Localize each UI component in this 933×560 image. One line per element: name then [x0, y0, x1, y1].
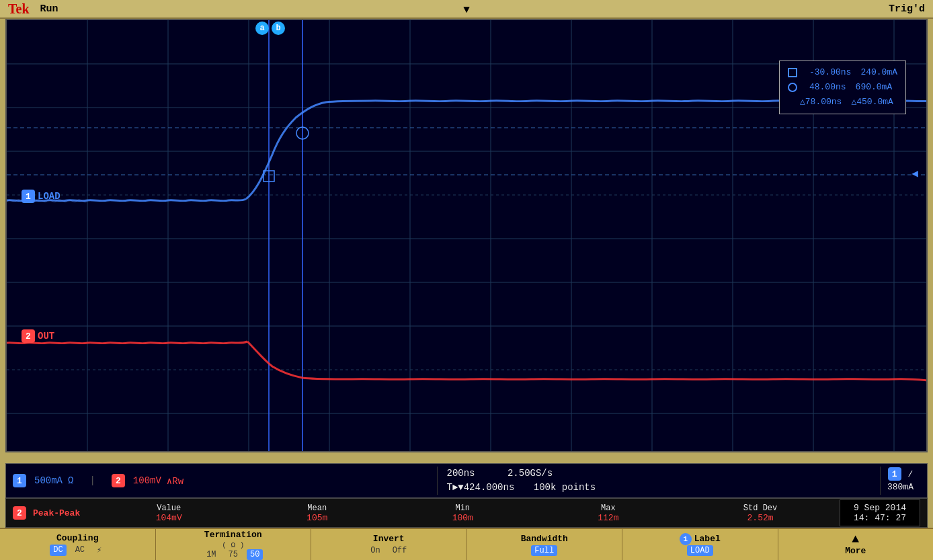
trigger-position-marker: ▼: [463, 4, 470, 16]
termination-label: Termination: [204, 530, 262, 540]
meas-value-col: Value 104mV: [156, 504, 182, 523]
more-label: More: [845, 546, 866, 556]
meas-value-header: Value: [157, 504, 181, 513]
trig-status: Trig'd: [889, 3, 925, 15]
top-bar: Tek Run ▼ Trig'd: [0, 0, 933, 19]
coupling-button[interactable]: Coupling DC AC ⚡: [0, 529, 156, 560]
coupling-gnd[interactable]: ⚡: [93, 545, 105, 556]
time-base-settings: 200ns 2.50GS/s T►▼424.000ns 100k points: [437, 467, 881, 495]
meas-mean: 105m: [307, 513, 327, 523]
termination-button[interactable]: Termination ( Ω ) 1M 75 50: [156, 529, 312, 560]
measurement-readout: -30.00ns 240.0mA 48.00ns 690.0mA △78.00n…: [779, 61, 906, 114]
coupling-ac[interactable]: AC: [72, 545, 88, 556]
term-50[interactable]: 50: [247, 549, 263, 560]
ch2-badge: 2: [22, 329, 35, 343]
meas-mean-col: Mean 105m: [307, 504, 327, 523]
invert-label: Invert: [373, 534, 405, 544]
meas-max: 112m: [598, 513, 618, 523]
cursor-b-icon: b: [272, 22, 285, 35]
meas-mean-header: Mean: [307, 504, 327, 513]
coupling-label: Coupling: [56, 533, 98, 543]
meas-stddev-header: Std Dev: [743, 504, 777, 513]
label-button[interactable]: 1 Label LOAD: [622, 529, 778, 560]
points: 100k points: [534, 482, 596, 493]
svg-rect-24: [263, 171, 274, 182]
label-btn-label: Label: [694, 534, 721, 544]
ch1-badge: 1: [22, 190, 35, 203]
ch2-label: 2OUT: [22, 329, 54, 343]
invert-off[interactable]: Off: [389, 545, 411, 556]
invert-on[interactable]: On: [367, 545, 383, 556]
trigger-settings: 1 / 380mA: [881, 467, 920, 494]
ch2-scale: 100mV: [133, 475, 161, 486]
bandwidth-label: Bandwidth: [521, 534, 568, 544]
trig-level: 380mA: [887, 482, 914, 492]
trig-slope: /: [908, 468, 914, 481]
termination-options: 1M 75 50: [203, 549, 263, 560]
run-status: Run: [40, 3, 58, 15]
label-value-display: LOAD: [687, 545, 713, 556]
scope-screen: 1LOAD 2OUT ab ◀ -30.00ns 240.0mA 48.00ns…: [5, 19, 928, 452]
cursor-b-current: 690.0mA: [856, 80, 893, 95]
cursor-a-icon: a: [255, 22, 269, 35]
term-75[interactable]: 75: [225, 549, 241, 560]
bandwidth-full[interactable]: Full: [531, 545, 557, 556]
cursor-delta-time: △78.00ns: [800, 95, 842, 110]
meas-columns: Value 104mV Mean 105m Min 100m Max 112m …: [93, 504, 840, 523]
cursor-a-time: -30.00ns: [809, 65, 851, 80]
ch1-label: 1LOAD: [22, 190, 60, 203]
cursor-a-symbol: [788, 68, 797, 77]
ch2-probe: ∧Rw: [167, 475, 184, 487]
sample-rate: 2.50GS/s: [508, 468, 553, 479]
invert-options: On Off: [367, 545, 410, 556]
date-time-display: 9 Sep 2014 14: 47: 27: [840, 499, 920, 526]
cursor-b-time: 48.00ns: [809, 80, 846, 95]
time-value: 14: 47: 27: [847, 513, 913, 523]
meas-min: 100m: [452, 513, 473, 523]
more-arrow-icon: ▲: [852, 532, 859, 546]
cursor-b-symbol: [788, 83, 797, 92]
toolbar: Coupling DC AC ⚡ Termination ( Ω ) 1M 75…: [0, 528, 933, 560]
meas-value: 104mV: [156, 513, 182, 523]
meas-type: Peak-Peak: [33, 508, 80, 518]
time-offset: T►▼424.000ns: [447, 482, 515, 493]
trigger-level-marker: ◀: [911, 167, 918, 180]
ch2-settings-badge: 2: [112, 474, 125, 487]
bandwidth-button[interactable]: Bandwidth Full: [467, 529, 623, 560]
ch1-settings-badge: 1: [13, 474, 26, 487]
info-bar: 1 500mA Ω | 2 100mV ∧Rw 200ns 2.50GS/s T…: [5, 463, 928, 498]
measurement-row: 2 Peak-Peak Value 104mV Mean 105m Min 10…: [5, 498, 928, 528]
cursor-delta-current: △450.0mA: [851, 95, 893, 110]
label-value: LOAD: [687, 545, 713, 556]
meas-max-col: Max 112m: [598, 504, 618, 523]
time-scale: 200ns: [447, 468, 475, 479]
meas-min-col: Min 100m: [452, 504, 473, 523]
term-1m[interactable]: 1M: [203, 549, 219, 560]
meas-ch-badge: 2: [13, 506, 26, 520]
meas-stddev-col: Std Dev 2.52m: [743, 504, 777, 523]
cursor-ab-marker: ab: [255, 22, 285, 35]
coupling-options: DC AC ⚡: [50, 545, 105, 556]
brand-logo: Tek: [8, 1, 30, 17]
channel-settings: 1 500mA Ω | 2 100mV ∧Rw: [13, 474, 437, 487]
ch1-scale: 500mA: [34, 475, 63, 486]
invert-button[interactable]: Invert On Off: [311, 529, 467, 560]
coupling-dc[interactable]: DC: [50, 545, 66, 556]
label-ch-badge: 1: [680, 533, 692, 545]
meas-stddev: 2.52m: [747, 513, 774, 523]
more-button[interactable]: ▲ More: [778, 529, 934, 560]
termination-sub: ( Ω ): [222, 541, 244, 549]
meas-min-header: Min: [455, 504, 470, 513]
svg-point-25: [296, 127, 309, 139]
meas-type-label: 2 Peak-Peak: [13, 506, 93, 520]
bandwidth-options: Full: [531, 545, 557, 556]
meas-max-header: Max: [601, 504, 616, 513]
cursor-a-current: 240.0mA: [860, 65, 897, 80]
date-value: 9 Sep 2014: [847, 503, 913, 513]
trig-ch-badge: 1: [888, 467, 901, 481]
ch1-coupling: Ω: [68, 475, 73, 486]
